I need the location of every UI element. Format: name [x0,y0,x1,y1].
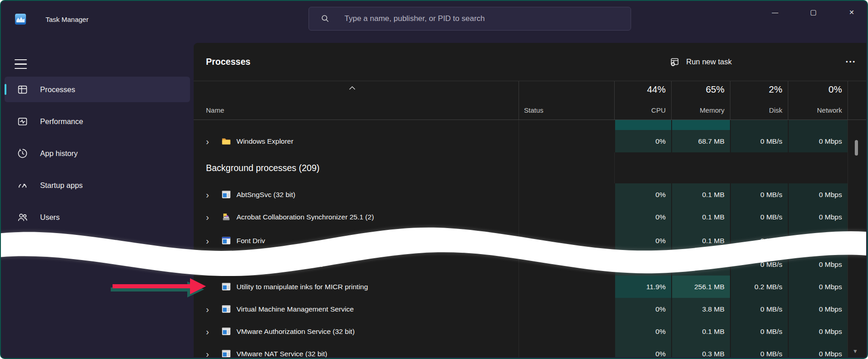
app-window-icon [221,190,231,199]
content-panel: Processes Run new task ••• N [194,43,866,357]
sidebar-item-startup-apps[interactable]: Startup apps [5,172,190,198]
column-header-status[interactable]: Status [519,81,614,120]
run-new-task-button[interactable]: Run new task [670,43,732,81]
app-window-icon [221,282,231,291]
startup-apps-icon [16,179,28,191]
maximize-button[interactable]: ▢ [801,3,826,22]
app-window-icon [221,236,231,245]
sidebar-item-label: Startup apps [40,181,83,190]
table-row[interactable]: VMware Authorization Service (32 bit) 0%… [194,320,866,343]
table-row[interactable]: Windows Explorer 0% 68.7 MB 0 MB/s 0 Mbp… [194,130,866,152]
app-window-icon [221,260,231,269]
column-header-spacer [847,81,866,120]
table-row[interactable]: Virtual Machine Management Service 0% 3.… [194,298,866,320]
sidebar-item-label: App history [40,149,78,158]
folder-icon [221,136,231,146]
sidebar-item-label: Performance [40,117,83,126]
run-new-task-icon [670,57,680,67]
run-new-task-label: Run new task [686,57,732,66]
more-options-button[interactable]: ••• [846,43,856,81]
titlebar: Task Manager Type a name, publisher, or … [1,1,867,43]
table-row[interactable]: AbtSngSvc (32 bit) 0% 0.1 MB 0 MB/s 0 Mb… [194,183,866,206]
group-header-background-processes: Background processes (209) [194,152,866,183]
column-header-disk[interactable]: 2%Disk [730,81,788,120]
minimize-button[interactable]: — [762,3,788,22]
table-row[interactable]: Usermode Font Driver Host 0% 3.5 MB 0 MB… [194,253,866,276]
column-header-name[interactable]: Name [194,81,519,120]
search-input[interactable]: Type a name, publisher, or PID to search [308,7,631,31]
page-title: Processes [206,43,251,81]
app-window-icon [221,327,231,336]
expand-chevron-icon[interactable] [206,213,221,222]
table-row-partial-top [194,120,866,130]
sidebar-item-users[interactable]: Users [5,204,190,230]
app-window-icon [221,304,231,314]
task-manager-window: Task Manager Type a name, publisher, or … [0,0,868,359]
performance-icon [16,115,28,127]
annotation-arrow [108,275,212,299]
sidebar-item-processes[interactable]: Processes [5,77,190,102]
app-window-icon [221,349,231,357]
acrobat-sync-icon [221,212,231,222]
table-row-highlighted[interactable]: Utility to manipulate inks for MICR prin… [194,276,866,298]
sidebar-item-label: Users [40,213,60,222]
sidebar: Processes Performance App his [1,43,194,358]
scrollbar-thumb[interactable] [855,140,858,156]
process-table-body: Windows Explorer 0% 68.7 MB 0 MB/s 0 Mbp… [194,120,866,357]
search-placeholder: Type a name, publisher, or PID to search [344,14,485,23]
sidebar-item-performance[interactable]: Performance [5,109,190,134]
task-manager-app-icon [15,14,26,25]
expand-chevron-icon[interactable] [206,236,221,245]
table-header: Name Status 44%CPU 65%Memory 2%Disk 0%Ne… [194,81,866,120]
sort-ascending-icon [349,86,356,90]
processes-icon [16,83,28,95]
window-title: Task Manager [46,15,88,25]
column-header-cpu[interactable]: 44%CPU [614,81,671,120]
table-row-torn[interactable]: Font Driv 0% 0.1 MB 0 MB/s 0 Mbps [194,228,866,253]
scroll-down-arrow-icon[interactable]: ▼ [853,348,858,354]
search-icon [321,14,330,23]
vertical-scrollbar[interactable]: ▼ [847,120,866,357]
close-button[interactable]: ✕ [839,3,864,22]
expand-chevron-icon[interactable] [206,327,221,336]
expand-chevron-icon[interactable] [206,137,221,146]
app-history-icon [16,147,28,159]
users-icon [16,211,28,223]
sidebar-item-app-history[interactable]: App history [5,140,190,166]
expand-chevron-icon[interactable] [206,349,221,358]
column-header-network[interactable]: 0%Network [788,81,847,120]
sidebar-item-label: Processes [40,85,75,94]
table-row[interactable]: VMware NAT Service (32 bit) 0% 0.3 MB 0 … [194,343,866,357]
expand-chevron-icon[interactable] [206,305,221,314]
table-row[interactable]: Acrobat Collaboration Synchronizer 25.1 … [194,206,866,228]
menu-toggle-button[interactable] [15,59,27,69]
column-header-memory[interactable]: 65%Memory [671,81,730,120]
expand-chevron-icon[interactable] [206,190,221,199]
